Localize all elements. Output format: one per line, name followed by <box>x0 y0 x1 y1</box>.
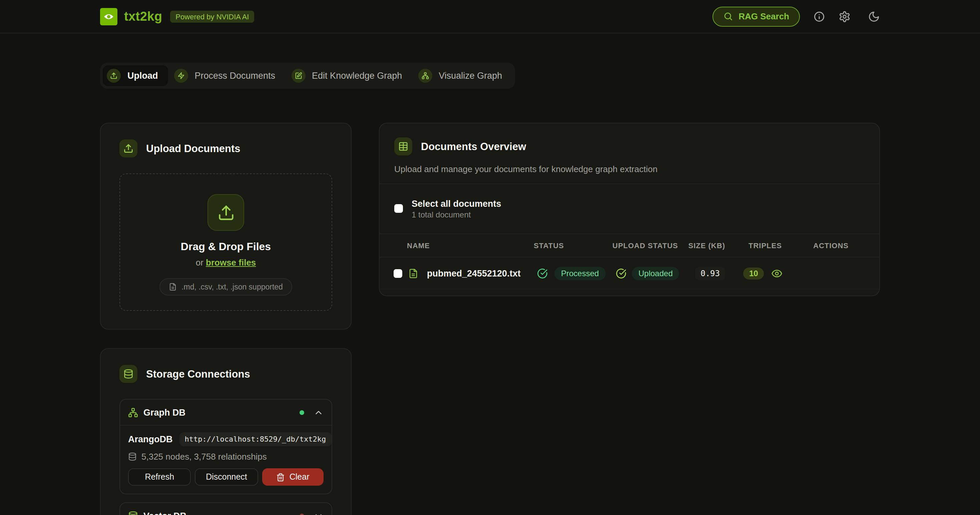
select-all-checkbox[interactable] <box>394 204 403 213</box>
status-badge: Processed <box>554 267 605 280</box>
column-header-status: Status <box>534 242 564 250</box>
tab-process-documents-label: Process Documents <box>195 71 275 81</box>
upload-documents-card: Upload Documents Drag & Drop Files or br… <box>100 123 352 329</box>
tab-upload[interactable]: Upload <box>103 65 168 86</box>
upload-icon <box>119 140 137 157</box>
connected-status-dot <box>299 410 304 415</box>
table-icon <box>394 137 412 156</box>
database-icon <box>128 511 138 515</box>
triples-badge: 10 <box>743 267 764 279</box>
edit-icon <box>291 69 305 83</box>
select-all-block: Select all documents 1 total document <box>394 199 879 219</box>
disconnected-status-dot <box>299 513 304 515</box>
main-tabs: Upload Process Documents Edit Knowledge … <box>100 63 515 89</box>
graph-icon <box>418 69 432 83</box>
table-header-row: Name Status Upload Status Size (KB) Trip… <box>380 234 879 258</box>
storage-card-title: Storage Connections <box>146 368 250 380</box>
row-checkbox[interactable] <box>394 269 402 278</box>
view-document-button[interactable] <box>771 267 783 279</box>
graph-db-stats: 5,325 nodes, 3,758 relationships <box>128 451 323 462</box>
chevron-up-icon[interactable] <box>313 407 323 417</box>
nvidia-logo-icon <box>100 8 118 25</box>
check-circle-icon <box>616 268 627 278</box>
table-row: pubmed_24552120.txt Processed <box>380 258 879 289</box>
tab-upload-label: Upload <box>127 71 158 81</box>
rag-search-button[interactable]: RAG Search <box>713 6 800 26</box>
tab-visualize-graph-label: Visualize Graph <box>439 71 502 81</box>
browse-files-link[interactable]: browse files <box>206 258 256 267</box>
supported-formats-label: .md, .csv, .txt, .json supported <box>181 283 283 291</box>
chevron-down-icon[interactable] <box>313 511 323 515</box>
brand: txt2kg Powered by NVIDIA AI <box>100 8 254 25</box>
document-name: pubmed_24552120.txt <box>427 268 521 278</box>
database-icon <box>128 452 137 461</box>
vector-db-header[interactable]: Vector DB <box>120 503 332 515</box>
graph-db-stats-text: 5,325 nodes, 3,758 relationships <box>142 451 267 462</box>
upload-card-title: Upload Documents <box>146 142 240 154</box>
file-text-icon <box>408 268 418 278</box>
database-icon <box>119 365 137 383</box>
column-header-triples: Triples <box>749 242 782 250</box>
graph-db-label: Graph DB <box>143 407 185 417</box>
documents-overview-card: Documents Overview Upload and manage you… <box>379 123 880 296</box>
app-root: txt2kg Powered by NVIDIA AI RAG Search <box>0 0 980 515</box>
column-header-actions: Actions <box>813 242 849 250</box>
documents-table: Name Status Upload Status Size (KB) Trip… <box>380 234 879 289</box>
tab-edit-knowledge-graph[interactable]: Edit Knowledge Graph <box>287 65 412 86</box>
dropzone-title: Drag & Drop Files <box>181 241 271 253</box>
size-value: 0.93 <box>695 267 725 280</box>
tab-edit-knowledge-graph-label: Edit Knowledge Graph <box>312 71 402 81</box>
upload-icon <box>207 194 244 231</box>
header-actions: RAG Search <box>713 6 880 26</box>
vector-db-section: Vector DB <box>119 502 332 515</box>
check-circle-icon <box>537 268 548 278</box>
graph-db-header[interactable]: Graph DB <box>120 400 332 425</box>
graph-db-body: ArangoDB http://localhost:8529/_db/txt2k… <box>120 425 332 494</box>
graph-db-section: Graph DB ArangoDB http://localhost:8529/… <box>119 399 332 494</box>
dropzone-subtext: or browse files <box>196 258 256 267</box>
eye-icon <box>771 267 783 279</box>
moon-icon <box>868 10 880 22</box>
trash-icon <box>276 473 285 481</box>
refresh-button[interactable]: Refresh <box>128 468 191 486</box>
info-icon <box>813 10 825 22</box>
clear-button[interactable]: Clear <box>262 468 323 486</box>
column-header-name: Name <box>407 242 430 250</box>
vector-db-label: Vector DB <box>143 511 186 515</box>
graph-icon <box>128 407 138 417</box>
tab-visualize-graph[interactable]: Visualize Graph <box>414 65 512 86</box>
column-header-size: Size (KB) <box>660 242 725 250</box>
storage-connections-card: Storage Connections Graph DB <box>100 348 352 515</box>
select-all-label: Select all documents <box>412 199 501 209</box>
powered-by-badge: Powered by NVIDIA AI <box>170 10 254 22</box>
info-button[interactable] <box>813 10 825 22</box>
dark-mode-button[interactable] <box>868 10 880 22</box>
tab-process-documents[interactable]: Process Documents <box>170 65 286 86</box>
zap-icon <box>174 69 188 83</box>
gear-icon <box>838 10 851 22</box>
upload-icon <box>107 69 121 83</box>
graph-db-provider: ArangoDB <box>128 434 173 444</box>
total-documents-label: 1 total document <box>412 210 501 219</box>
app-title: txt2kg <box>124 9 162 24</box>
dropzone[interactable]: Drag & Drop Files or browse files .md, .… <box>119 173 332 311</box>
settings-button[interactable] <box>838 10 851 22</box>
file-icon <box>169 283 177 291</box>
search-icon <box>723 11 733 21</box>
disconnect-button[interactable]: Disconnect <box>195 468 258 486</box>
graph-db-url: http://localhost:8529/_db/txt2kg <box>180 432 332 446</box>
documents-card-subtitle: Upload and manage your documents for kno… <box>394 164 865 174</box>
documents-card-title: Documents Overview <box>421 140 526 153</box>
supported-formats-pill: .md, .csv, .txt, .json supported <box>159 278 292 296</box>
app-header: txt2kg Powered by NVIDIA AI RAG Search <box>0 0 980 33</box>
